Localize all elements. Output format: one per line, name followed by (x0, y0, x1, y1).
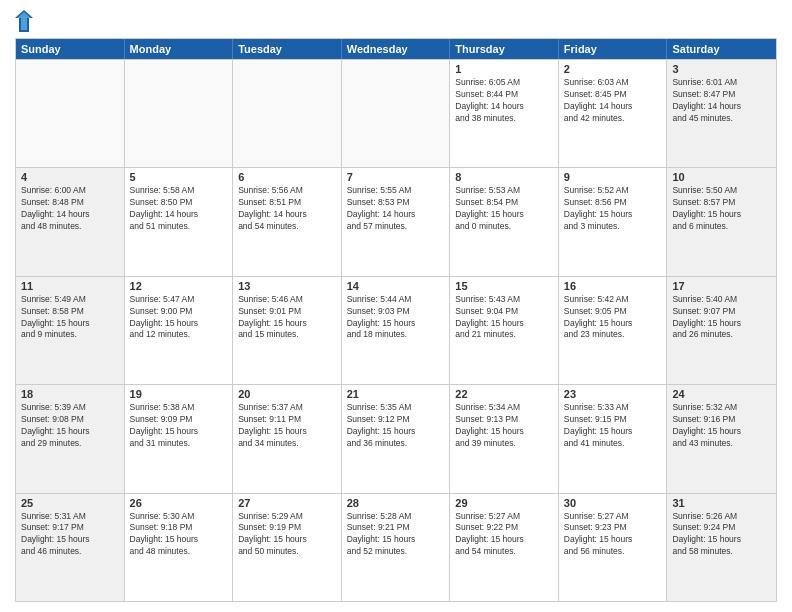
calendar-day-header: Sunday (16, 39, 125, 59)
day-number: 25 (21, 497, 119, 509)
day-number: 7 (347, 171, 445, 183)
day-detail: Sunrise: 5:58 AM Sunset: 8:50 PM Dayligh… (130, 185, 228, 233)
day-number: 9 (564, 171, 662, 183)
day-number: 3 (672, 63, 771, 75)
day-detail: Sunrise: 5:46 AM Sunset: 9:01 PM Dayligh… (238, 294, 336, 342)
day-detail: Sunrise: 5:29 AM Sunset: 9:19 PM Dayligh… (238, 511, 336, 559)
calendar-day-header: Wednesday (342, 39, 451, 59)
calendar-week-row: 18Sunrise: 5:39 AM Sunset: 9:08 PM Dayli… (16, 384, 776, 492)
day-detail: Sunrise: 6:01 AM Sunset: 8:47 PM Dayligh… (672, 77, 771, 125)
logo-area (15, 10, 35, 32)
calendar-cell: 23Sunrise: 5:33 AM Sunset: 9:15 PM Dayli… (559, 385, 668, 492)
day-number: 4 (21, 171, 119, 183)
calendar-cell: 22Sunrise: 5:34 AM Sunset: 9:13 PM Dayli… (450, 385, 559, 492)
calendar-cell (233, 60, 342, 167)
day-number: 16 (564, 280, 662, 292)
day-detail: Sunrise: 5:30 AM Sunset: 9:18 PM Dayligh… (130, 511, 228, 559)
calendar-day-header: Friday (559, 39, 668, 59)
day-detail: Sunrise: 5:32 AM Sunset: 9:16 PM Dayligh… (672, 402, 771, 450)
day-number: 26 (130, 497, 228, 509)
day-number: 29 (455, 497, 553, 509)
day-detail: Sunrise: 5:53 AM Sunset: 8:54 PM Dayligh… (455, 185, 553, 233)
calendar-cell: 15Sunrise: 5:43 AM Sunset: 9:04 PM Dayli… (450, 277, 559, 384)
calendar-cell: 19Sunrise: 5:38 AM Sunset: 9:09 PM Dayli… (125, 385, 234, 492)
calendar-day-header: Thursday (450, 39, 559, 59)
calendar-cell: 18Sunrise: 5:39 AM Sunset: 9:08 PM Dayli… (16, 385, 125, 492)
day-detail: Sunrise: 5:47 AM Sunset: 9:00 PM Dayligh… (130, 294, 228, 342)
calendar-cell: 12Sunrise: 5:47 AM Sunset: 9:00 PM Dayli… (125, 277, 234, 384)
calendar-cell: 11Sunrise: 5:49 AM Sunset: 8:58 PM Dayli… (16, 277, 125, 384)
calendar-cell: 3Sunrise: 6:01 AM Sunset: 8:47 PM Daylig… (667, 60, 776, 167)
calendar-cell (16, 60, 125, 167)
day-number: 6 (238, 171, 336, 183)
day-number: 10 (672, 171, 771, 183)
day-number: 13 (238, 280, 336, 292)
day-detail: Sunrise: 5:39 AM Sunset: 9:08 PM Dayligh… (21, 402, 119, 450)
calendar-cell: 20Sunrise: 5:37 AM Sunset: 9:11 PM Dayli… (233, 385, 342, 492)
calendar-cell (342, 60, 451, 167)
day-number: 24 (672, 388, 771, 400)
day-number: 31 (672, 497, 771, 509)
calendar-cell: 27Sunrise: 5:29 AM Sunset: 9:19 PM Dayli… (233, 494, 342, 601)
calendar-cell: 14Sunrise: 5:44 AM Sunset: 9:03 PM Dayli… (342, 277, 451, 384)
day-number: 19 (130, 388, 228, 400)
day-detail: Sunrise: 5:28 AM Sunset: 9:21 PM Dayligh… (347, 511, 445, 559)
calendar-day-header: Tuesday (233, 39, 342, 59)
day-detail: Sunrise: 5:33 AM Sunset: 9:15 PM Dayligh… (564, 402, 662, 450)
day-number: 12 (130, 280, 228, 292)
day-detail: Sunrise: 5:27 AM Sunset: 9:23 PM Dayligh… (564, 511, 662, 559)
calendar-cell: 4Sunrise: 6:00 AM Sunset: 8:48 PM Daylig… (16, 168, 125, 275)
day-detail: Sunrise: 5:34 AM Sunset: 9:13 PM Dayligh… (455, 402, 553, 450)
day-detail: Sunrise: 5:49 AM Sunset: 8:58 PM Dayligh… (21, 294, 119, 342)
day-number: 5 (130, 171, 228, 183)
header (15, 10, 777, 32)
day-number: 8 (455, 171, 553, 183)
calendar-week-row: 1Sunrise: 6:05 AM Sunset: 8:44 PM Daylig… (16, 59, 776, 167)
page: SundayMondayTuesdayWednesdayThursdayFrid… (0, 0, 792, 612)
day-detail: Sunrise: 5:50 AM Sunset: 8:57 PM Dayligh… (672, 185, 771, 233)
calendar-cell: 6Sunrise: 5:56 AM Sunset: 8:51 PM Daylig… (233, 168, 342, 275)
logo-icon (15, 10, 33, 32)
calendar-cell: 25Sunrise: 5:31 AM Sunset: 9:17 PM Dayli… (16, 494, 125, 601)
calendar-cell: 31Sunrise: 5:26 AM Sunset: 9:24 PM Dayli… (667, 494, 776, 601)
calendar-cell: 1Sunrise: 6:05 AM Sunset: 8:44 PM Daylig… (450, 60, 559, 167)
calendar-cell: 16Sunrise: 5:42 AM Sunset: 9:05 PM Dayli… (559, 277, 668, 384)
day-detail: Sunrise: 5:26 AM Sunset: 9:24 PM Dayligh… (672, 511, 771, 559)
calendar-cell: 5Sunrise: 5:58 AM Sunset: 8:50 PM Daylig… (125, 168, 234, 275)
day-number: 2 (564, 63, 662, 75)
calendar-cell: 13Sunrise: 5:46 AM Sunset: 9:01 PM Dayli… (233, 277, 342, 384)
day-number: 1 (455, 63, 553, 75)
day-detail: Sunrise: 6:00 AM Sunset: 8:48 PM Dayligh… (21, 185, 119, 233)
day-detail: Sunrise: 6:03 AM Sunset: 8:45 PM Dayligh… (564, 77, 662, 125)
calendar-week-row: 25Sunrise: 5:31 AM Sunset: 9:17 PM Dayli… (16, 493, 776, 601)
day-detail: Sunrise: 5:55 AM Sunset: 8:53 PM Dayligh… (347, 185, 445, 233)
day-detail: Sunrise: 5:31 AM Sunset: 9:17 PM Dayligh… (21, 511, 119, 559)
day-detail: Sunrise: 5:52 AM Sunset: 8:56 PM Dayligh… (564, 185, 662, 233)
calendar-cell: 26Sunrise: 5:30 AM Sunset: 9:18 PM Dayli… (125, 494, 234, 601)
calendar-cell: 7Sunrise: 5:55 AM Sunset: 8:53 PM Daylig… (342, 168, 451, 275)
calendar-body: 1Sunrise: 6:05 AM Sunset: 8:44 PM Daylig… (16, 59, 776, 601)
calendar: SundayMondayTuesdayWednesdayThursdayFrid… (15, 38, 777, 602)
calendar-cell: 30Sunrise: 5:27 AM Sunset: 9:23 PM Dayli… (559, 494, 668, 601)
day-detail: Sunrise: 5:56 AM Sunset: 8:51 PM Dayligh… (238, 185, 336, 233)
day-detail: Sunrise: 6:05 AM Sunset: 8:44 PM Dayligh… (455, 77, 553, 125)
calendar-header: SundayMondayTuesdayWednesdayThursdayFrid… (16, 39, 776, 59)
calendar-cell: 21Sunrise: 5:35 AM Sunset: 9:12 PM Dayli… (342, 385, 451, 492)
day-detail: Sunrise: 5:43 AM Sunset: 9:04 PM Dayligh… (455, 294, 553, 342)
day-detail: Sunrise: 5:42 AM Sunset: 9:05 PM Dayligh… (564, 294, 662, 342)
day-number: 28 (347, 497, 445, 509)
calendar-week-row: 4Sunrise: 6:00 AM Sunset: 8:48 PM Daylig… (16, 167, 776, 275)
day-number: 27 (238, 497, 336, 509)
day-number: 18 (21, 388, 119, 400)
day-detail: Sunrise: 5:38 AM Sunset: 9:09 PM Dayligh… (130, 402, 228, 450)
calendar-cell: 28Sunrise: 5:28 AM Sunset: 9:21 PM Dayli… (342, 494, 451, 601)
calendar-cell: 24Sunrise: 5:32 AM Sunset: 9:16 PM Dayli… (667, 385, 776, 492)
calendar-day-header: Saturday (667, 39, 776, 59)
day-detail: Sunrise: 5:35 AM Sunset: 9:12 PM Dayligh… (347, 402, 445, 450)
day-detail: Sunrise: 5:40 AM Sunset: 9:07 PM Dayligh… (672, 294, 771, 342)
calendar-cell: 2Sunrise: 6:03 AM Sunset: 8:45 PM Daylig… (559, 60, 668, 167)
day-detail: Sunrise: 5:27 AM Sunset: 9:22 PM Dayligh… (455, 511, 553, 559)
day-number: 30 (564, 497, 662, 509)
calendar-cell: 9Sunrise: 5:52 AM Sunset: 8:56 PM Daylig… (559, 168, 668, 275)
calendar-cell (125, 60, 234, 167)
